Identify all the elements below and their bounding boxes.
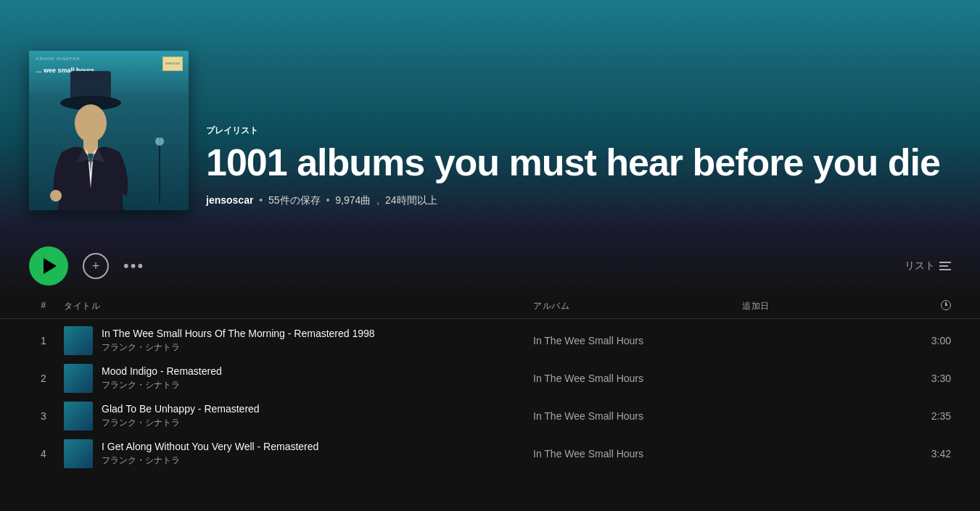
- track-list-header: # タイトル アルバム 追加日: [0, 300, 980, 319]
- track-duration: 2:35: [893, 410, 951, 422]
- track-name: Glad To Be Unhappy - Remastered: [102, 403, 260, 415]
- track-duration: 3:42: [893, 448, 951, 460]
- track-number: 3: [29, 410, 58, 422]
- track-list: 1 In The Wee Small Hours Of The Morning …: [0, 322, 980, 473]
- lamppost: [152, 138, 167, 210]
- svg-point-7: [155, 138, 164, 146]
- track-text: I Get Along Without You Very Well - Rema…: [102, 441, 318, 467]
- track-text: In The Wee Small Hours Of The Morning - …: [102, 328, 375, 354]
- track-thumbnail: [64, 326, 93, 355]
- list-label: リスト: [905, 259, 935, 273]
- track-row[interactable]: 3 Glad To Be Unhappy - Remastered フランク・シ…: [0, 397, 980, 435]
- play-button[interactable]: [29, 246, 68, 286]
- track-thumbnail: [64, 402, 93, 431]
- header-info: プレイリスト 1001 albums you must hear before …: [206, 125, 951, 210]
- track-duration: 3:00: [893, 335, 951, 346]
- svg-rect-6: [159, 138, 160, 203]
- svg-point-5: [50, 190, 62, 202]
- track-album: In The Wee Small Hours: [533, 335, 736, 346]
- duration-label: 24時間以上: [385, 194, 437, 206]
- col-header-title: タイトル: [64, 300, 527, 312]
- track-row[interactable]: 2 Mood Indigo - Remastered フランク・シナトラ In …: [0, 360, 980, 397]
- track-info: In The Wee Small Hours Of The Morning - …: [64, 326, 527, 355]
- track-number: 1: [29, 335, 58, 346]
- saves-count: 55件の保存: [268, 194, 321, 206]
- clock-icon: [941, 300, 951, 310]
- track-artist: フランク・シナトラ: [102, 454, 318, 467]
- col-header-num: #: [29, 300, 58, 312]
- list-icon: [939, 262, 951, 270]
- svg-point-3: [75, 104, 107, 142]
- album-stamp: VERA FOLIOS: [162, 57, 183, 71]
- list-view-button[interactable]: リスト: [905, 259, 951, 273]
- track-name: Mood Indigo - Remastered: [102, 365, 222, 377]
- track-text: Glad To Be Unhappy - Remastered フランク・シナト…: [102, 403, 260, 429]
- track-artist: フランク・シナトラ: [102, 379, 222, 391]
- track-duration: 3:30: [893, 373, 951, 384]
- track-artist: フランク・シナトラ: [102, 341, 375, 354]
- track-info: I Get Along Without You Very Well - Rema…: [64, 439, 527, 468]
- track-row[interactable]: 1 In The Wee Small Hours Of The Morning …: [0, 322, 980, 360]
- owner-label: jensoscar: [206, 194, 253, 206]
- plus-icon: +: [92, 259, 100, 273]
- svg-rect-4: [83, 139, 98, 154]
- track-number: 2: [29, 373, 58, 384]
- ellipsis-icon: •••: [123, 257, 144, 275]
- track-thumbnail: [64, 364, 93, 393]
- col-header-duration: [893, 300, 951, 312]
- sinatra-silhouette: [40, 58, 141, 210]
- track-artist: フランク・シナトラ: [102, 417, 260, 429]
- add-button[interactable]: +: [83, 253, 109, 279]
- track-album: In The Wee Small Hours: [533, 410, 736, 422]
- track-info: Mood Indigo - Remastered フランク・シナトラ: [64, 364, 527, 393]
- play-icon: [44, 258, 57, 274]
- track-info: Glad To Be Unhappy - Remastered フランク・シナト…: [64, 402, 527, 431]
- playlist-type-label: プレイリスト: [206, 125, 951, 137]
- track-album: In The Wee Small Hours: [533, 373, 736, 384]
- track-album: In The Wee Small Hours: [533, 448, 736, 460]
- track-row[interactable]: 4 I Get Along Without You Very Well - Re…: [0, 435, 980, 473]
- track-name: In The Wee Small Hours Of The Morning - …: [102, 328, 375, 339]
- album-cover: VERA FOLIOS FRANK SINATRA ... wee small …: [29, 51, 189, 210]
- track-number: 4: [29, 448, 58, 460]
- track-count: 9,974曲: [335, 194, 371, 206]
- more-button[interactable]: •••: [123, 257, 144, 275]
- playlist-meta: jensoscar • 55件の保存 • 9,974曲 , 24時間以上: [206, 194, 951, 207]
- col-header-date: 追加日: [742, 300, 887, 312]
- track-text: Mood Indigo - Remastered フランク・シナトラ: [102, 365, 222, 391]
- col-header-album: アルバム: [533, 300, 736, 312]
- track-name: I Get Along Without You Very Well - Rema…: [102, 441, 318, 452]
- playlist-header: VERA FOLIOS FRANK SINATRA ... wee small …: [0, 0, 980, 232]
- track-thumbnail: [64, 439, 93, 468]
- controls-bar: + ••• リスト: [0, 232, 980, 300]
- playlist-title: 1001 albums you must hear before you die: [206, 143, 951, 183]
